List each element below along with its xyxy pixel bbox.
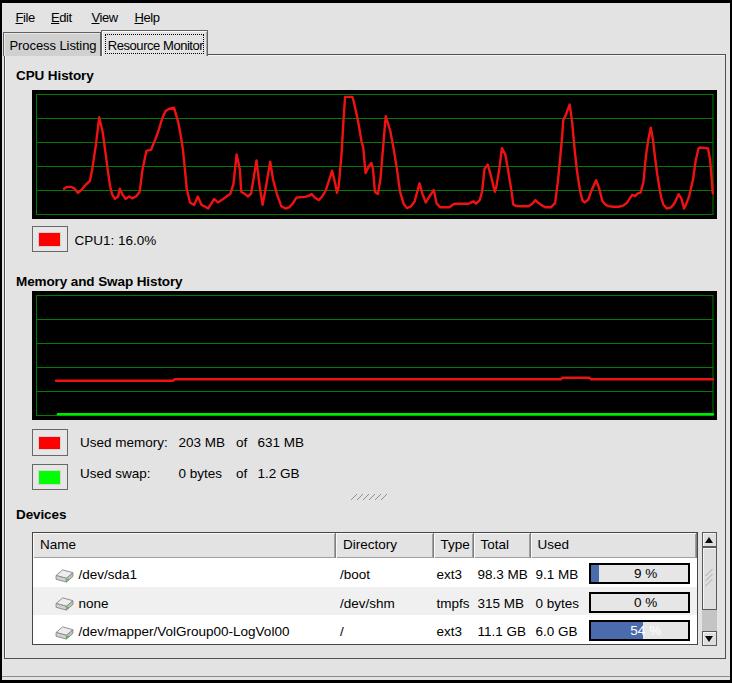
memory-used-value: 203 MB — [179, 435, 226, 450]
swap-of-label: of — [236, 466, 247, 481]
cpu-legend-color-swatch — [38, 232, 61, 247]
cpu-chart-canvas — [32, 90, 718, 219]
device-total: 98.3 MB — [478, 567, 528, 582]
memory-legend-label: Used memory: — [80, 435, 168, 450]
device-directory: / — [340, 624, 344, 639]
device-name: /dev/sda1 — [79, 567, 138, 582]
tab-process-listing[interactable]: Process Listing — [3, 32, 101, 56]
memory-chart-canvas — [32, 291, 718, 420]
menubar: File Edit View Help — [2, 3, 730, 29]
device-usage-percent: 9 % — [591, 565, 689, 582]
device-used: 6.0 GB — [536, 624, 578, 639]
scrollbar-up-button[interactable] — [702, 532, 717, 547]
memory-legend-swatch-frame — [32, 429, 68, 456]
scrollbar-down-button[interactable] — [702, 631, 717, 646]
cpu-history-heading: CPU History — [16, 68, 94, 83]
memory-total-value: 631 MB — [258, 435, 305, 450]
scrollbar-grip-icon — [703, 548, 716, 609]
pane-resize-grip[interactable] — [350, 491, 388, 503]
devices-table: Name Directory Type Total Used /dev/sda1… — [32, 532, 698, 645]
devices-heading: Devices — [16, 507, 66, 522]
menu-view[interactable]: View — [92, 10, 118, 25]
tab-process-listing-label: Process Listing — [10, 38, 97, 53]
column-header-total[interactable]: Total — [474, 533, 531, 558]
device-total: 11.1 GB — [478, 624, 527, 639]
device-row-sda1[interactable]: /dev/sda1 /boot ext3 98.3 MB 9.1 MB 9 % — [33, 558, 697, 587]
device-used: 9.1 MB — [536, 567, 579, 582]
memory-legend-color-swatch — [38, 436, 61, 451]
device-row-volgroup[interactable]: /dev/mapper/VolGroup00-LogVol00 / ext3 1… — [33, 615, 697, 644]
memory-swap-heading: Memory and Swap History — [16, 274, 183, 289]
swap-total-value: 1.2 GB — [258, 466, 300, 481]
column-header-directory[interactable]: Directory — [336, 533, 434, 558]
tab-resource-monitor-label: Resource Monitor — [108, 38, 203, 53]
cpu-legend-value: 16.0% — [118, 233, 156, 248]
scroll-down-icon — [705, 636, 713, 642]
menu-edit[interactable]: Edit — [51, 10, 72, 25]
device-name: none — [79, 596, 109, 611]
scroll-up-icon — [705, 537, 713, 543]
statusbar — [2, 659, 730, 678]
device-type: ext3 — [437, 624, 463, 639]
device-usage-bar: 9 % — [589, 563, 691, 584]
device-type: tmpfs — [437, 596, 470, 611]
memory-swap-chart — [32, 291, 718, 420]
swap-legend-swatch-frame — [32, 464, 68, 491]
device-total: 315 MB — [478, 596, 525, 611]
device-row-shm[interactable]: none /dev/shm tmpfs 315 MB 0 bytes 0 % — [33, 587, 697, 616]
swap-legend-label: Used swap: — [80, 466, 151, 481]
device-type: ext3 — [437, 567, 463, 582]
harddisk-icon — [55, 568, 74, 583]
scrollbar-thumb[interactable] — [702, 547, 717, 610]
menu-file[interactable]: File — [16, 10, 35, 25]
swap-legend-color-swatch — [38, 470, 61, 485]
cpu-history-chart — [32, 90, 718, 219]
device-name: /dev/mapper/VolGroup00-LogVol00 — [79, 624, 290, 639]
device-usage-percent: 54 % — [591, 622, 689, 639]
device-usage-bar: 54 % — [589, 620, 691, 641]
harddisk-icon — [55, 625, 74, 640]
device-used: 0 bytes — [536, 596, 580, 611]
harddisk-icon — [55, 596, 74, 611]
device-directory: /boot — [340, 567, 370, 582]
menu-help[interactable]: Help — [135, 10, 160, 25]
column-header-name[interactable]: Name — [33, 533, 336, 558]
memory-of-label: of — [236, 435, 247, 450]
device-directory: /dev/shm — [340, 596, 395, 611]
swap-used-value: 0 bytes — [179, 466, 223, 481]
column-header-used[interactable]: Used — [531, 533, 698, 558]
device-usage-bar: 0 % — [589, 592, 691, 613]
cpu-legend-swatch-frame — [32, 226, 68, 253]
column-header-type[interactable]: Type — [434, 533, 474, 558]
device-usage-percent: 0 % — [591, 594, 689, 611]
tab-resource-monitor[interactable]: Resource Monitor — [101, 30, 208, 57]
cpu-legend-label: CPU1: — [75, 233, 115, 248]
devices-scrollbar[interactable] — [702, 532, 717, 646]
